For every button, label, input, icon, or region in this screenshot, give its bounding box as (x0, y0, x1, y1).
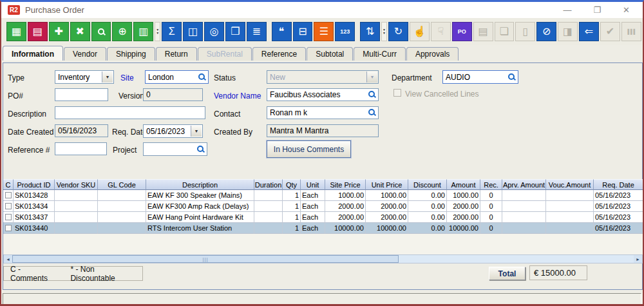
count-button[interactable]: 123 (335, 22, 355, 41)
column-header-qty[interactable]: Qty (283, 179, 301, 190)
maximize-button[interactable]: ❐ (593, 5, 601, 15)
approve-button[interactable]: ☝ (410, 22, 430, 41)
table-cell (502, 190, 546, 201)
req-date-select[interactable]: 05/16/2023 ▼ (143, 124, 203, 138)
add-button[interactable]: ✚ (49, 22, 69, 41)
row-checkbox[interactable] (5, 214, 12, 220)
contact-input[interactable]: Ronan m k (267, 106, 379, 119)
stock-view-button[interactable]: ≣ (247, 22, 267, 41)
table-row[interactable]: SK013437EAW Hang Point Hardware Kit1Each… (3, 212, 643, 223)
close-door-button[interactable]: ▯ (515, 22, 535, 41)
receive-button[interactable]: ⇐ (579, 22, 599, 41)
equipment-view-button[interactable]: ⊟ (293, 22, 313, 41)
type-dropdown-arrow-icon[interactable]: ▼ (102, 72, 113, 82)
column-header-discount[interactable]: Discount (408, 179, 447, 190)
cancel-button[interactable]: ⊘ (536, 22, 556, 41)
close-door-icon: ▯ (522, 26, 528, 37)
project-input[interactable] (143, 142, 207, 156)
sort-button[interactable]: ⇅ (360, 22, 380, 41)
project-label: Project (113, 146, 137, 155)
tab-subtotal[interactable]: Subtotal (307, 47, 353, 61)
req-date-dropdown-arrow-icon[interactable]: ▼ (191, 126, 202, 137)
scroll-right-icon[interactable]: ► (634, 255, 642, 263)
column-header-site-price[interactable]: Site Price (325, 179, 366, 190)
tab-shipping[interactable]: Shipping (107, 47, 155, 61)
vendor-name-input[interactable]: Faucibus Associates (267, 88, 379, 101)
table-row[interactable]: SK013440RTS Intercom User Station1Each10… (3, 223, 643, 234)
tab-multi-curr[interactable]: Multi-Curr (354, 47, 406, 61)
tab-return[interactable]: Return (156, 47, 197, 61)
configuration-button[interactable]: ◫ (183, 22, 203, 41)
horizontal-scrollbar[interactable]: ◄ ||| ► (3, 254, 643, 263)
column-header-rec-[interactable]: Rec. (480, 179, 502, 190)
scrollbar-thumb[interactable]: ||| (12, 255, 399, 263)
tab-information[interactable]: Information (3, 46, 63, 61)
refresh-button[interactable]: ↻ (388, 22, 408, 41)
column-header-description[interactable]: Description (146, 179, 254, 190)
comments-button[interactable]: ❝ (272, 22, 292, 41)
pick-list-button[interactable]: ☰ (314, 22, 334, 41)
print-po-button[interactable]: ▤ (473, 22, 493, 41)
department-input[interactable]: AUDIO (442, 70, 518, 84)
table-row[interactable]: SK013434EAW KF300 Amp Rack (Delays)1Each… (3, 201, 643, 212)
type-select[interactable]: Inventory ▼ (55, 70, 114, 84)
contact-search-icon[interactable] (368, 108, 376, 117)
column-header-product-id[interactable]: Product ID (14, 179, 55, 190)
in-house-comments-button[interactable]: In House Comments (267, 140, 351, 158)
table-cell (55, 212, 98, 223)
add-item-button[interactable]: ⊕ (112, 22, 132, 41)
row-checkbox[interactable] (5, 225, 12, 231)
column-header-unit-price[interactable]: Unit Price (366, 179, 408, 190)
complete-icon: ✔ (606, 26, 614, 37)
column-header-aprv-amount[interactable]: Aprv. Amount (502, 179, 546, 190)
view-cancelled-checkbox[interactable] (393, 89, 401, 97)
scroll-left-icon[interactable]: ◄ (4, 255, 12, 263)
column-header-gl-code[interactable]: GL Code (98, 179, 146, 190)
type-label: Type (8, 73, 24, 82)
reference-input[interactable] (55, 142, 107, 155)
project-search-icon[interactable] (196, 145, 205, 153)
column-header-req-date[interactable]: Req. Date (594, 179, 643, 190)
total-button[interactable]: Total (489, 267, 526, 280)
tab-vendor[interactable]: Vendor (64, 47, 106, 61)
column-header-vendor-sku[interactable]: Vendor SKU (55, 179, 98, 190)
table-row[interactable]: SK013428EAW KF 300 Speaker (Mains)1Each1… (3, 190, 643, 201)
overflow-divider[interactable]: ▼▼ (155, 22, 160, 41)
voucher-button[interactable]: ❏ (495, 22, 515, 41)
reject-button[interactable]: ☟ (431, 22, 451, 41)
row-checkbox[interactable] (5, 192, 12, 198)
tab-approvals[interactable]: Approvals (406, 47, 459, 61)
minimize-button[interactable]: — (563, 5, 571, 15)
column-header-unit[interactable]: Unit (301, 179, 325, 190)
open-door-button[interactable]: ◨ (558, 22, 578, 41)
barcode-button[interactable]: ∥∥∥ (621, 22, 641, 41)
table-cell (98, 212, 146, 223)
site-input[interactable]: London (145, 70, 209, 84)
description-input[interactable] (55, 106, 205, 119)
column-header-duration[interactable]: Duration (254, 179, 283, 190)
save-button[interactable]: ▦ (6, 22, 26, 41)
catalog-button[interactable]: ❒ (225, 22, 245, 41)
package-button[interactable]: ▥ (133, 22, 153, 41)
tab-reference[interactable]: Reference (252, 47, 306, 61)
delete-button[interactable]: ✖ (70, 22, 90, 41)
complete-button[interactable]: ✔ (600, 22, 620, 41)
vendor-search-icon[interactable] (368, 90, 376, 99)
approve-icon: ☝ (413, 26, 426, 37)
table-empty-area (3, 234, 643, 254)
column-header-vouc-amount[interactable]: Vouc.Amount (546, 179, 594, 190)
column-header-amount[interactable]: Amount (447, 179, 480, 190)
print-button[interactable]: ▤ (28, 22, 48, 41)
totals-button[interactable]: Σ (162, 22, 182, 41)
status-bar (3, 293, 641, 306)
site-search-icon[interactable] (198, 73, 206, 81)
find-button[interactable] (91, 22, 111, 41)
close-button[interactable]: ✕ (623, 5, 630, 15)
item-view-button[interactable]: ◎ (204, 22, 224, 41)
row-checkbox[interactable] (5, 203, 12, 209)
column-header-c[interactable]: C (3, 179, 14, 190)
convert-po-button[interactable]: PO (452, 22, 472, 41)
po-number-input[interactable] (55, 88, 108, 101)
department-search-icon[interactable] (507, 73, 516, 81)
sort-overflow-divider[interactable]: ▼▼ (381, 22, 387, 41)
